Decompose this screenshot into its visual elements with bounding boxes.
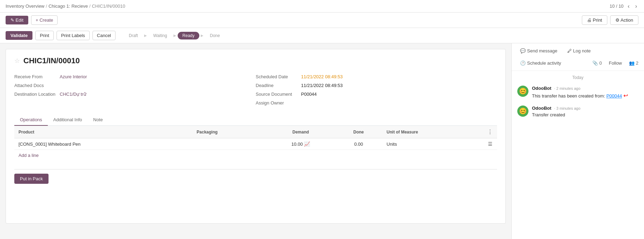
print-top-button[interactable]: 🖨 Print xyxy=(582,15,607,25)
add-line-button[interactable]: Add a line xyxy=(14,150,43,161)
forecast-chart-icon[interactable]: 📈 xyxy=(304,141,310,147)
field-value-destination-location[interactable]: CHC1/Dự trữ xyxy=(60,92,86,97)
print-labels-button[interactable]: Print Labels xyxy=(57,31,90,40)
message-text-2: Transfer created xyxy=(532,111,638,118)
message-author-1: OdooBot xyxy=(532,86,552,91)
log-note-icon: 🖉 xyxy=(567,48,572,53)
paperclip-icon: 📎 xyxy=(592,60,598,66)
status-draft[interactable]: Draft xyxy=(124,32,143,39)
operations-table: Product Packaging Demand Done Unit of Me… xyxy=(14,126,497,150)
form-title-row: ☆ CHIC1/IN/00010 xyxy=(14,56,497,65)
td-packaging xyxy=(192,138,267,150)
put-in-pack-button[interactable]: Put in Pack xyxy=(14,174,49,184)
cancel-button[interactable]: Cancel xyxy=(92,31,116,40)
message-2: 😊 OdooBot · 3 minutes ago Transfer creat… xyxy=(512,103,644,121)
tab-operations[interactable]: Operations xyxy=(14,114,48,126)
validate-button[interactable]: Validate xyxy=(6,31,32,40)
tab-additional-info[interactable]: Additional Info xyxy=(48,114,88,126)
bottom-actions: Put in Pack xyxy=(14,169,497,184)
edit-button[interactable]: ✎ Edit xyxy=(6,16,28,24)
right-panel: 💬 Send message 🖉 Log note 🕐 Schedule act… xyxy=(511,43,644,239)
status-arrow-3: ▶ xyxy=(201,34,203,37)
pagination: 10 / 10 ‹ › xyxy=(610,2,638,10)
message-time-1: · 2 minutes ago xyxy=(554,86,580,90)
message-text-before-1: This transfer has been created from: xyxy=(532,93,606,99)
td-product: [CONS_0001] Whiteboard Pen xyxy=(14,138,192,150)
message-link-p00044[interactable]: P00044 xyxy=(606,93,622,99)
th-unit: Unit of Measure xyxy=(383,126,483,138)
schedule-activity-button[interactable]: 🕐 Schedule activity xyxy=(517,59,564,67)
add-line-row: Add a line xyxy=(14,150,497,161)
status-pipeline: Draft ▶ Waiting ▶ Ready ▶ Done xyxy=(124,32,225,39)
tabs-row: Operations Additional Info Note xyxy=(14,114,497,126)
message-text-1: This transfer has been created from: P00… xyxy=(532,92,638,100)
avatar-1: 😊 xyxy=(517,86,528,97)
field-label-destination-location: Destination Location xyxy=(14,92,60,97)
message-body-1: OdooBot · 2 minutes ago This transfer ha… xyxy=(532,86,638,100)
breadcrumb-inventory-overview[interactable]: Inventory Overview xyxy=(6,3,44,9)
send-message-button[interactable]: 💬 Send message xyxy=(517,47,560,55)
table-header-row: Product Packaging Demand Done Unit of Me… xyxy=(14,126,497,138)
breadcrumb-sep-2: / xyxy=(89,3,91,9)
field-label-attached-docs: Attached Docs xyxy=(14,83,60,88)
breadcrumb-current: CHIC1/IN/00010 xyxy=(92,3,125,9)
th-done: Done xyxy=(335,126,383,138)
date-separator: Today xyxy=(512,71,644,83)
schedule-activity-icon: 🕐 xyxy=(520,60,526,66)
followers-stat[interactable]: 👥 2 xyxy=(629,60,638,66)
tab-note[interactable]: Note xyxy=(88,114,108,126)
breadcrumb-sep-1: / xyxy=(46,3,47,9)
status-done[interactable]: Done xyxy=(205,32,225,39)
print-button[interactable]: Print xyxy=(35,31,54,40)
star-icon[interactable]: ☆ xyxy=(14,57,20,65)
action-button[interactable]: ⚙ Action xyxy=(610,15,638,25)
prev-nav-button[interactable]: ‹ xyxy=(626,2,631,10)
operations-table-container: Product Packaging Demand Done Unit of Me… xyxy=(14,126,497,161)
field-value-source-document: P00044 xyxy=(301,92,317,97)
column-menu-button[interactable]: ⋮ xyxy=(487,129,493,135)
left-panel: ☆ CHIC1/IN/00010 Receive From Azure Inte… xyxy=(0,43,511,239)
message-header-2: OdooBot · 3 minutes ago xyxy=(532,106,638,111)
table-row: [CONS_0001] Whiteboard Pen 10.00 📈 0.00 … xyxy=(14,138,497,150)
chatter-header: 💬 Send message 🖉 Log note 🕐 Schedule act… xyxy=(512,43,644,71)
action-bar: ✎ Edit + Create 🖨 Print ⚙ Action xyxy=(0,13,644,28)
avatar-emoji-1: 😊 xyxy=(519,87,527,95)
message-header-1: OdooBot · 2 minutes ago xyxy=(532,86,638,91)
td-demand: 10.00 📈 xyxy=(267,138,335,150)
control-bar: Validate Print Print Labels Cancel Draft… xyxy=(0,28,644,43)
followers-icon: 👥 xyxy=(629,60,635,66)
field-source-document: Source Document P00044 xyxy=(256,90,497,99)
form-card: ☆ CHIC1/IN/00010 Receive From Azure Inte… xyxy=(6,49,506,224)
status-waiting[interactable]: Waiting xyxy=(148,32,172,39)
th-packaging: Packaging xyxy=(192,126,267,138)
field-label-deadline: Deadline xyxy=(256,83,301,88)
status-ready[interactable]: Ready xyxy=(178,32,200,39)
field-scheduled-date: Scheduled Date 11/21/2022 08:49:53 xyxy=(256,72,497,81)
form-title: CHIC1/IN/00010 xyxy=(23,56,80,65)
detail-list-icon[interactable]: ☰ xyxy=(488,141,493,147)
form-fields: Receive From Azure Interior Attached Doc… xyxy=(14,72,497,107)
td-done[interactable]: 0.00 xyxy=(335,138,383,150)
breadcrumb: Inventory Overview / Chicago 1: Recieve … xyxy=(6,3,125,9)
chatter-right: 📎 0 Follow 👥 2 xyxy=(592,59,638,67)
pagination-text: 10 / 10 xyxy=(610,3,624,9)
message-1: 😊 OdooBot · 2 minutes ago This transfer … xyxy=(512,83,644,103)
log-note-button[interactable]: 🖉 Log note xyxy=(564,47,594,55)
breadcrumb-bar: Inventory Overview / Chicago 1: Recieve … xyxy=(0,0,644,13)
paperclip-stat[interactable]: 📎 0 xyxy=(592,60,602,66)
status-arrow-1: ▶ xyxy=(144,34,147,37)
red-arrow-icon: ↩ xyxy=(623,93,628,99)
fields-left-col: Receive From Azure Interior Attached Doc… xyxy=(14,72,256,107)
field-destination-location: Destination Location CHC1/Dự trữ xyxy=(14,90,256,99)
create-button[interactable]: + Create xyxy=(31,15,58,25)
breadcrumb-chicago-recieve[interactable]: Chicago 1: Recieve xyxy=(49,3,88,9)
td-detail-icon: ☰ xyxy=(483,138,497,150)
message-time-2: · 3 minutes ago xyxy=(554,106,580,110)
main-layout: ☆ CHIC1/IN/00010 Receive From Azure Inte… xyxy=(0,43,644,239)
send-message-icon: 💬 xyxy=(520,48,526,53)
next-nav-button[interactable]: › xyxy=(634,2,638,10)
field-value-receive-from[interactable]: Azure Interior xyxy=(60,74,87,79)
th-menu: ⋮ xyxy=(483,126,497,138)
th-demand: Demand xyxy=(267,126,335,138)
follow-button[interactable]: Follow xyxy=(606,59,625,67)
